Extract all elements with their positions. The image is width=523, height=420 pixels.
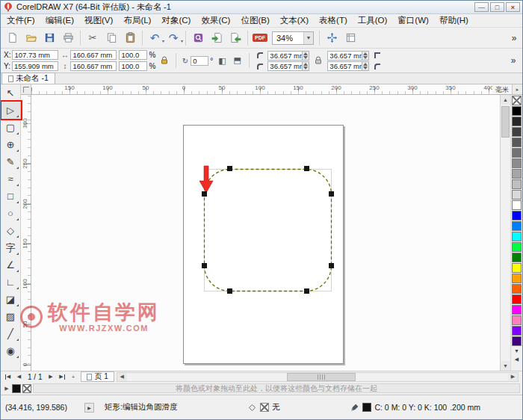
scroll-right-arrow[interactable]: ▶ xyxy=(508,373,518,381)
parallel-dimension-tool[interactable]: ∠ xyxy=(1,256,20,274)
color-swatch[interactable] xyxy=(512,127,522,137)
color-swatch[interactable] xyxy=(512,106,522,116)
ruler-options-button[interactable]: ▸ xyxy=(512,84,522,94)
polygon-tool[interactable]: ◇ xyxy=(1,222,20,239)
relative-corner-scaling-button[interactable] xyxy=(371,61,383,71)
fullscreen-preview-button[interactable] xyxy=(323,29,341,47)
document-palette-color-black[interactable] xyxy=(12,384,21,393)
vertical-scroll-thumb[interactable] xyxy=(501,106,510,138)
color-swatch[interactable] xyxy=(512,326,522,336)
color-swatch[interactable] xyxy=(512,169,522,179)
scroll-up-arrow[interactable]: ▲ xyxy=(501,95,510,105)
redo-button[interactable]: ↷▾ xyxy=(164,29,182,47)
next-page-button[interactable]: ▶ xyxy=(45,372,56,382)
scale-h-field[interactable]: 100.0 xyxy=(119,50,147,60)
document-palette-flyout-button[interactable]: ▶ xyxy=(3,386,10,392)
color-swatch[interactable] xyxy=(512,190,522,200)
node-handle[interactable] xyxy=(202,263,207,268)
horizontal-scroll-track[interactable] xyxy=(127,373,508,381)
vertical-ruler[interactable]: 300250200150100500 xyxy=(21,95,31,371)
copy-button[interactable] xyxy=(102,29,120,47)
corner-radius-bottom-left-field[interactable]: 36.657 mm xyxy=(267,61,303,71)
menu-item[interactable]: 工具(O) xyxy=(353,14,393,27)
status-expand-button[interactable]: ▶ xyxy=(84,403,94,413)
palette-scroll-down-button[interactable]: ▼ xyxy=(512,346,522,355)
scroll-down-arrow[interactable]: ▼ xyxy=(501,361,510,371)
corner-radius-top-left-field[interactable]: 36.657 mm xyxy=(267,51,303,61)
horizontal-ruler[interactable]: 15010050050100150200250300350400 xyxy=(31,84,492,94)
x-position-field[interactable]: 107.73 mm xyxy=(12,50,58,60)
menu-item[interactable]: 视图(V) xyxy=(79,14,118,27)
color-eyedropper-tool[interactable]: ╱ xyxy=(1,325,20,342)
propbar-overflow-button[interactable]: » xyxy=(507,55,519,66)
color-swatch[interactable] xyxy=(512,138,522,147)
chamfered-corner-button[interactable] xyxy=(371,50,383,60)
color-swatch[interactable] xyxy=(512,274,522,283)
view-options-button[interactable] xyxy=(341,29,359,47)
color-swatch[interactable] xyxy=(512,294,522,304)
search-content-button[interactable] xyxy=(189,29,207,47)
color-swatch[interactable] xyxy=(512,148,522,158)
menu-item[interactable]: 编辑(E) xyxy=(40,14,79,27)
crop-tool[interactable]: ▢ xyxy=(1,119,20,136)
node-handle[interactable] xyxy=(329,263,334,268)
spinner-control[interactable] xyxy=(303,51,309,61)
export-button[interactable] xyxy=(226,29,244,47)
palette-flyout-button[interactable]: ◀ xyxy=(512,355,522,364)
rotation-angle-field[interactable]: 0 xyxy=(191,56,208,66)
new-document-button[interactable] xyxy=(3,29,21,47)
color-swatch[interactable] xyxy=(512,158,522,168)
mirror-horizontal-button[interactable]: ◧ xyxy=(215,54,229,67)
shape-tool[interactable]: ▷ xyxy=(1,102,20,119)
transparency-tool[interactable]: ▨ xyxy=(1,308,20,325)
previous-page-button[interactable]: ◀ xyxy=(13,372,25,382)
spinner-control[interactable] xyxy=(303,61,309,71)
color-swatch[interactable] xyxy=(512,200,522,210)
lock-ratio-button[interactable] xyxy=(158,54,171,67)
print-button[interactable] xyxy=(59,29,77,47)
add-page-button[interactable]: + xyxy=(67,372,78,382)
text-tool[interactable]: 字 xyxy=(1,239,20,256)
color-swatch[interactable] xyxy=(512,179,522,189)
node-handle[interactable] xyxy=(227,288,232,294)
import-button[interactable] xyxy=(208,29,226,47)
minimize-button[interactable]: — xyxy=(474,2,489,12)
ellipse-tool[interactable]: ○ xyxy=(1,205,20,222)
page-tab[interactable]: 页 1 xyxy=(81,371,114,382)
artistic-media-tool[interactable]: ≈ xyxy=(1,170,20,188)
menu-item[interactable]: 文本(X) xyxy=(275,14,314,27)
node-handle[interactable] xyxy=(304,288,309,294)
first-page-button[interactable]: ◀ xyxy=(2,372,13,382)
spinner-control[interactable] xyxy=(362,51,369,61)
save-button[interactable] xyxy=(40,29,58,47)
color-swatch[interactable] xyxy=(512,305,522,315)
mirror-vertical-button[interactable]: ◧ xyxy=(231,54,244,67)
edit-corners-together-button[interactable] xyxy=(312,54,325,67)
color-swatch[interactable] xyxy=(512,336,522,346)
menu-item[interactable]: 文件(F) xyxy=(1,14,40,27)
color-swatch[interactable] xyxy=(512,117,522,126)
cut-button[interactable]: ✂ xyxy=(84,29,102,47)
rectangle-tool[interactable]: □ xyxy=(1,188,20,205)
close-button[interactable]: × xyxy=(506,2,520,12)
publish-pdf-button[interactable]: PDF xyxy=(251,29,269,47)
open-button[interactable] xyxy=(22,29,40,47)
menu-item[interactable]: 对象(C) xyxy=(156,14,196,27)
drop-shadow-tool[interactable]: ◪ xyxy=(1,291,20,308)
menu-item[interactable]: 效果(C) xyxy=(196,14,235,27)
node-handle[interactable] xyxy=(227,166,232,171)
horizontal-scroll-thumb[interactable] xyxy=(287,373,356,381)
vertical-scrollbar[interactable]: ▲ ▼ xyxy=(500,95,510,371)
object-height-field[interactable]: 160.667 mm xyxy=(70,61,117,71)
canvas[interactable] xyxy=(31,95,500,371)
menu-item[interactable]: 位图(B) xyxy=(235,14,274,27)
corner-radius-top-right-field[interactable]: 36.657 mm xyxy=(327,51,362,61)
menu-item[interactable]: 布局(L) xyxy=(118,14,156,27)
maximize-button[interactable]: □ xyxy=(490,2,504,12)
node-handle[interactable] xyxy=(329,191,334,197)
connector-tool[interactable]: ∟ xyxy=(1,274,20,291)
freehand-tool[interactable]: ✎ xyxy=(1,153,20,170)
pick-tool[interactable]: ↖ xyxy=(1,84,20,102)
zoom-level-combo[interactable]: 34% ▼ xyxy=(272,31,314,45)
color-swatch[interactable] xyxy=(512,253,522,262)
